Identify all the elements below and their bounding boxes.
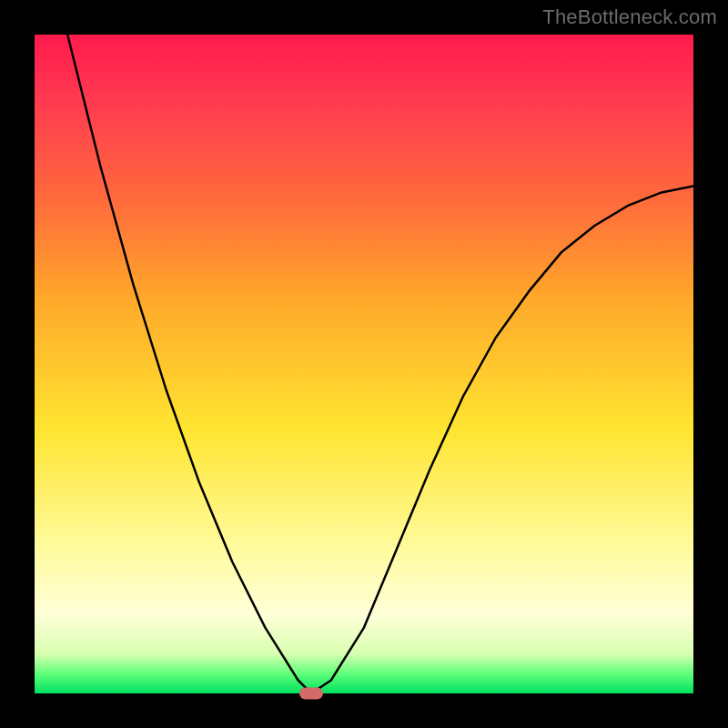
bottleneck-curve: [35, 35, 693, 693]
watermark-text: TheBottleneck.com: [542, 5, 717, 29]
plot-area: [35, 35, 693, 693]
chart-frame: TheBottleneck.com: [0, 0, 728, 728]
optimum-marker: [299, 688, 323, 700]
